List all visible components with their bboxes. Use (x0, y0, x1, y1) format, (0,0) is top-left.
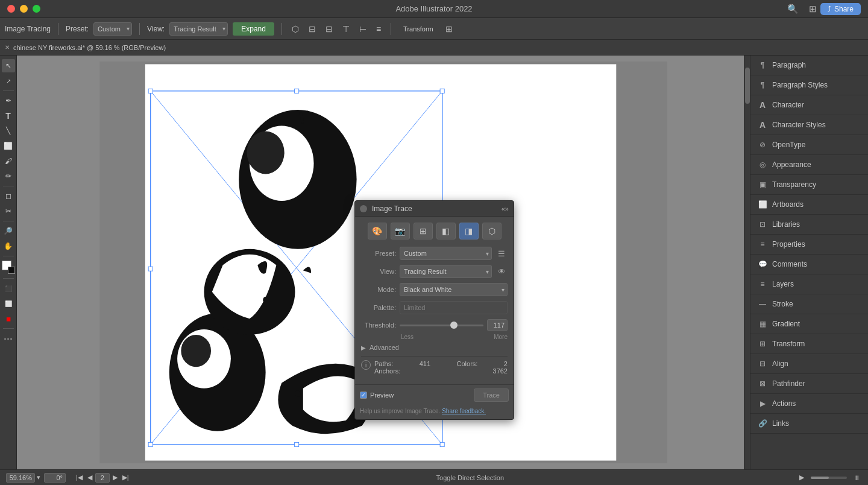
panel-item-gradient[interactable]: ▦ Gradient (750, 314, 868, 334)
stroke-swatch[interactable] (8, 267, 15, 274)
transform-options-icon[interactable]: ⊞ (443, 23, 455, 35)
zoom-dropdown-icon[interactable]: ▾ (37, 474, 40, 481)
align-left-icon[interactable]: ⊢ (357, 23, 369, 35)
panel-item-links[interactable]: 🔗 Links (750, 414, 868, 434)
preset-icon-outline[interactable]: ⬡ (482, 223, 502, 239)
advanced-row[interactable]: ▶ Advanced (361, 344, 508, 351)
panel-item-paragraph-styles[interactable]: ¶ Paragraph Styles (750, 75, 868, 95)
zoom-input[interactable]: 59.16% (6, 473, 35, 483)
handle-bm[interactable] (295, 442, 299, 446)
feedback-link[interactable]: Share feedback. (442, 408, 486, 414)
panel-item-stroke[interactable]: — Stroke (750, 294, 868, 314)
view-eye-icon[interactable]: 👁 (495, 265, 508, 277)
share-button[interactable]: ⤴ Share (820, 3, 861, 15)
canvas-scrollbar-v[interactable] (744, 55, 750, 469)
view-select-wrapper[interactable]: Tracing Result (400, 265, 492, 278)
trace-button[interactable]: Trace (474, 388, 509, 402)
pencil-tool[interactable]: ✏ (2, 170, 15, 183)
expand-button[interactable]: Expand (233, 22, 274, 36)
handle-br[interactable] (440, 442, 444, 446)
panel-item-properties[interactable]: ≡ Properties (750, 235, 868, 255)
preset-icon-bw[interactable]: ◨ (459, 223, 479, 239)
line-tool[interactable]: ╲ (2, 124, 15, 138)
minimize-button[interactable] (20, 5, 28, 13)
handle-tm[interactable] (295, 89, 299, 93)
panel-item-paragraph[interactable]: ¶ Paragraph (750, 55, 868, 75)
dialog-close-button[interactable] (360, 205, 367, 212)
selection-tool[interactable]: ↖ (2, 59, 15, 72)
selection-icon[interactable]: ⬡ (289, 23, 301, 35)
transform-button[interactable]: Transform (398, 24, 438, 34)
align-top-icon[interactable]: ⊤ (340, 23, 352, 35)
panel-item-character-styles[interactable]: A Character Styles (750, 115, 868, 135)
threshold-slider-thumb[interactable] (450, 322, 458, 329)
panel-item-transform[interactable]: ⊞ Transform (750, 334, 868, 354)
align-vert-center-icon[interactable]: ⊟ (323, 23, 335, 35)
handle-bl[interactable] (148, 442, 153, 446)
preset-icon-color[interactable]: 📷 (391, 223, 410, 239)
grid-icon[interactable]: ⊞ (809, 4, 817, 14)
panel-item-character[interactable]: A Character (750, 95, 868, 115)
hand-tool[interactable]: ✋ (2, 239, 15, 253)
search-icon[interactable]: 🔍 (787, 4, 799, 14)
draw-mode-btn[interactable]: ⬛ (2, 282, 15, 295)
panel-item-libraries[interactable]: ⊡ Libraries (750, 215, 868, 235)
preset-icon-lowcolor[interactable]: ⊞ (414, 223, 433, 239)
status-stop-button[interactable]: ⏸ (852, 474, 862, 482)
pen-tool[interactable]: ✒ (2, 94, 15, 107)
scissors-tool[interactable]: ✂ (2, 204, 15, 218)
more-tools-btn[interactable]: • • • (2, 332, 15, 345)
preview-checkbox-icon[interactable] (360, 391, 367, 399)
handle-tl[interactable] (148, 89, 153, 93)
panel-item-transparency[interactable]: ▣ Transparency (750, 175, 868, 195)
fill-mode-btn[interactable]: ⬜ (2, 297, 15, 310)
handle-tr[interactable] (440, 89, 444, 93)
status-play-button[interactable]: ▶ (797, 473, 806, 482)
zoom-tool[interactable]: 🔎 (2, 224, 15, 238)
dialog-expand-icon[interactable]: «» (502, 205, 509, 212)
first-page-button[interactable]: |◀ (74, 473, 84, 482)
mode-select-wrapper[interactable]: Black and White (400, 283, 508, 296)
rectangle-tool[interactable]: ⬜ (2, 139, 15, 153)
preview-checkbox-wrapper[interactable]: Preview (360, 391, 394, 399)
next-page-button[interactable]: ▶ (111, 473, 119, 482)
preset-menu-icon[interactable]: ☰ (495, 247, 508, 259)
color-mode-btn[interactable]: ◼ (2, 312, 15, 325)
eraser-tool[interactable]: ◻ (2, 189, 15, 203)
panel-item-align[interactable]: ⊟ Align (750, 354, 868, 374)
preset-icon-auto[interactable]: 🎨 (368, 223, 387, 239)
handle-ml[interactable] (148, 267, 153, 271)
page-number-input[interactable]: 2 (95, 473, 110, 483)
mode-select[interactable]: Black and White (400, 283, 508, 296)
preset-icon-gray[interactable]: ◧ (436, 223, 456, 239)
preset-select-wrapper[interactable]: Custom (400, 247, 492, 260)
preset-dropdown-wrapper[interactable]: Custom (93, 22, 132, 36)
rotation-input[interactable]: 0° (44, 473, 66, 483)
maximize-button[interactable] (33, 5, 40, 13)
prev-page-button[interactable]: ◀ (86, 473, 94, 482)
threshold-value-input[interactable]: 117 (487, 319, 508, 331)
canvas-scrollbar-thumb-v[interactable] (745, 68, 750, 104)
close-button[interactable] (7, 5, 15, 13)
stats-info-icon[interactable]: i (361, 360, 371, 370)
panel-item-comments[interactable]: 💬 Comments (750, 255, 868, 274)
panel-item-opentype[interactable]: ⊘ OpenType (750, 135, 868, 155)
tab-close-icon[interactable]: ✕ (5, 44, 10, 51)
panel-item-pathfinder[interactable]: ⊠ Pathfinder (750, 374, 868, 394)
align-distribute-icon[interactable]: ≡ (374, 23, 383, 35)
view-dropdown[interactable]: Tracing Result (169, 22, 228, 36)
preset-dropdown[interactable]: Custom (93, 22, 132, 36)
view-select[interactable]: Tracing Result (400, 265, 492, 278)
last-page-button[interactable]: ▶| (121, 473, 131, 482)
paintbrush-tool[interactable]: 🖌 (2, 154, 15, 168)
direct-selection-tool[interactable]: ↗ (2, 74, 15, 87)
panel-item-appearance[interactable]: ◎ Appearance (750, 155, 868, 175)
fill-stroke-area[interactable] (2, 261, 15, 274)
threshold-slider-track[interactable] (400, 325, 483, 326)
panel-item-actions[interactable]: ▶ Actions (750, 394, 868, 414)
align-horiz-center-icon[interactable]: ⊟ (306, 23, 318, 35)
view-dropdown-wrapper[interactable]: Tracing Result (169, 22, 228, 36)
preset-select[interactable]: Custom (400, 247, 492, 260)
panel-item-layers[interactable]: ≡ Layers (750, 274, 868, 294)
panel-item-artboards[interactable]: ⬜ Artboards (750, 195, 868, 215)
